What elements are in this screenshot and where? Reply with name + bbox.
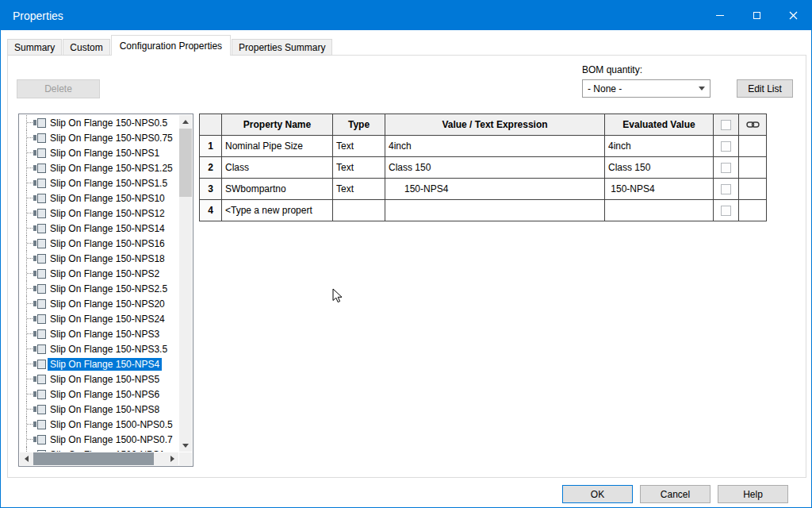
header-property-name: Property Name	[222, 114, 333, 136]
tree-item[interactable]: Slip On Flange 150-NPS6	[21, 387, 178, 402]
configuration-icon	[33, 435, 46, 444]
header-type: Type	[333, 114, 385, 136]
tree-item[interactable]: Slip On Flange 150-NPS1.5	[21, 175, 178, 190]
row-checkbox[interactable]	[721, 184, 731, 194]
properties-table: Property Name Type Value / Text Expressi…	[199, 114, 767, 221]
tree-item[interactable]: Slip On Flange 150-NPS2.5	[21, 281, 178, 296]
row-checkbox[interactable]	[721, 141, 731, 152]
edit-list-button[interactable]: Edit List	[737, 79, 793, 98]
tree-connector	[21, 115, 33, 130]
tree-item[interactable]: Slip On Flange 150-NPS24	[21, 311, 178, 326]
tree-item[interactable]: Slip On Flange 1500-NPS0.7	[21, 432, 178, 447]
tree-item[interactable]: Slip On Flange 150-NPS10	[21, 190, 178, 206]
configuration-icon	[33, 375, 46, 383]
property-name-cell[interactable]: Class	[222, 157, 333, 179]
title-bar[interactable]: Properties	[1, 1, 811, 30]
property-type-cell[interactable]	[333, 200, 385, 221]
tree-connector	[21, 311, 33, 326]
tab-properties-summary[interactable]: Properties Summary	[232, 39, 332, 56]
tree-item[interactable]: Slip On Flange 1500-NPS1	[21, 447, 178, 452]
tree-item[interactable]: Slip On Flange 150-NPS2	[21, 266, 178, 281]
tree-item[interactable]: Slip On Flange 150-NPS12	[21, 206, 178, 221]
configuration-icon	[33, 239, 46, 248]
tree-item[interactable]: Slip On Flange 150-NPS3.5	[21, 341, 178, 356]
row-checkbox[interactable]	[721, 206, 731, 216]
configuration-icon	[33, 194, 46, 202]
configuration-icon	[33, 450, 46, 452]
tab-configuration-properties[interactable]: Configuration Properties	[111, 35, 231, 56]
scroll-right-button[interactable]	[166, 452, 178, 465]
tab-label: Configuration Properties	[120, 40, 222, 52]
tree-connector	[21, 371, 33, 387]
chevron-down-icon	[694, 87, 710, 90]
close-button[interactable]	[775, 1, 811, 30]
tree-item-label: Slip On Flange 150-NPS24	[48, 313, 167, 325]
row-number-cell[interactable]: 3	[200, 179, 222, 200]
tree-item[interactable]: Slip On Flange 150-NPS3	[21, 326, 178, 341]
row-number-cell[interactable]: 1	[200, 136, 222, 157]
header-checkbox[interactable]	[721, 120, 731, 130]
row-checkbox-cell	[714, 157, 739, 179]
tree-item[interactable]: Slip On Flange 1500-NPS0.5	[21, 417, 178, 432]
tree-item[interactable]: Slip On Flange 150-NPS16	[21, 236, 178, 251]
tree-item-label: Slip On Flange 150-NPS14	[48, 222, 167, 235]
tree-item[interactable]: Slip On Flange 150-NPS5	[21, 371, 178, 387]
maximize-button[interactable]	[738, 1, 775, 30]
horizontal-scroll-thumb[interactable]	[33, 452, 154, 465]
tab-custom[interactable]: Custom	[63, 39, 109, 56]
tree-item[interactable]: Slip On Flange 150-NPS14	[21, 221, 178, 236]
tree-item-label: Slip On Flange 150-NPS0.75	[48, 132, 175, 144]
value-expression-cell[interactable]: 150-NPS4	[385, 179, 605, 200]
tree-item[interactable]: Slip On Flange 150-NPS20	[21, 296, 178, 311]
scroll-up-button[interactable]	[179, 115, 192, 128]
minimize-button[interactable]	[702, 1, 738, 30]
scroll-left-button[interactable]	[20, 452, 33, 465]
tree-item-label: Slip On Flange 150-NPS6	[48, 388, 162, 401]
tree-item[interactable]: Slip On Flange 150-NPS4	[21, 356, 178, 371]
row-checkbox[interactable]	[721, 163, 731, 173]
row-link-cell[interactable]	[739, 200, 767, 221]
evaluated-value-cell[interactable]: 150-NPS4	[605, 179, 714, 200]
vertical-scroll-thumb[interactable]	[179, 129, 192, 197]
arrow-up-icon	[182, 120, 189, 124]
evaluated-value-cell[interactable]	[605, 200, 714, 221]
property-type-cell[interactable]: Text	[333, 179, 385, 200]
value-expression-cell[interactable]: Class 150	[385, 157, 605, 179]
value-expression-cell[interactable]	[385, 200, 605, 221]
row-link-cell[interactable]	[739, 136, 767, 157]
value-expression-cell[interactable]: 4inch	[385, 136, 605, 157]
scroll-down-button[interactable]	[179, 439, 192, 452]
property-type-cell[interactable]: Text	[333, 136, 385, 157]
mouse-cursor	[332, 288, 343, 303]
horizontal-scrollbar[interactable]	[20, 452, 178, 465]
tree-connector	[21, 402, 33, 417]
delete-button[interactable]: Delete	[17, 79, 100, 98]
tree-item[interactable]: Slip On Flange 150-NPS18	[21, 251, 178, 266]
bom-quantity-dropdown[interactable]: - None -	[582, 79, 710, 98]
property-type-cell[interactable]: Text	[333, 157, 385, 179]
property-name-cell[interactable]: Nominal Pipe Size	[222, 136, 333, 157]
tree-item-label: Slip On Flange 150-NPS10	[48, 192, 167, 205]
minimize-icon	[716, 15, 724, 16]
tree-item[interactable]: Slip On Flange 150-NPS1.25	[21, 160, 178, 175]
ok-button[interactable]: OK	[562, 485, 633, 503]
row-link-cell[interactable]	[739, 157, 767, 179]
tree-item[interactable]: Slip On Flange 150-NPS1	[21, 145, 178, 160]
tree-item[interactable]: Slip On Flange 150-NPS0.5	[21, 115, 178, 130]
cancel-button[interactable]: Cancel	[640, 485, 710, 503]
row-number-cell[interactable]: 2	[200, 157, 222, 179]
evaluated-value-cell[interactable]: 4inch	[605, 136, 714, 157]
tree-item[interactable]: Slip On Flange 150-NPS0.75	[21, 130, 178, 145]
property-name-cell[interactable]: <Type a new propert	[222, 200, 333, 221]
tree-item-label: Slip On Flange 150-NPS0.5	[48, 117, 170, 129]
tab-summary[interactable]: Summary	[7, 39, 62, 56]
row-link-cell[interactable]	[739, 179, 767, 200]
tree-item[interactable]: Slip On Flange 150-NPS8	[21, 402, 178, 417]
help-button[interactable]: Help	[718, 485, 788, 503]
tree-item-label: Slip On Flange 150-NPS16	[48, 237, 167, 250]
vertical-scrollbar[interactable]	[179, 115, 192, 452]
evaluated-value-cell[interactable]: Class 150	[605, 157, 714, 179]
row-number-cell[interactable]: 4	[200, 200, 222, 221]
property-name-cell[interactable]: SWbompartno	[222, 179, 333, 200]
tree-item-label: Slip On Flange 150-NPS1.5	[48, 177, 170, 190]
